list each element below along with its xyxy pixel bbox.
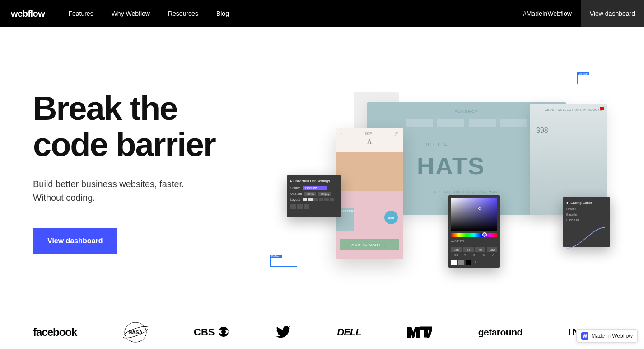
panel-color-picker: #4641FD 2556478100 HEXRGBA + bbox=[448, 195, 500, 268]
divblock-outline-2: Div Block bbox=[270, 258, 297, 267]
panel-title: ▸ Collection List Settings bbox=[290, 179, 337, 183]
hero-subtitle: Build better business websites, faster. … bbox=[33, 177, 215, 204]
logo-dell: DELL bbox=[337, 326, 361, 338]
easing-title: ◐ Easing Editor bbox=[566, 201, 607, 205]
divblock-label: Div Block bbox=[577, 72, 589, 75]
hero-illustration: Div Block FUNSHOP HIT THE HATS CREATE ON… bbox=[286, 59, 611, 267]
mock-price-circle: $98 bbox=[384, 211, 398, 224]
hero-title-line2: code barrier bbox=[33, 126, 215, 163]
mock-hats-text: HATS bbox=[417, 152, 485, 180]
top-nav: webflow Features Why Webflow Resources B… bbox=[0, 0, 644, 27]
svg-text:NASA: NASA bbox=[128, 330, 142, 335]
svg-text:CBS: CBS bbox=[194, 326, 215, 338]
divblock-label-2: Div Block bbox=[270, 255, 282, 258]
logo-cbs: CBS bbox=[194, 325, 230, 339]
logo-nasa: NASA bbox=[123, 321, 148, 344]
made-in-webflow-badge[interactable]: W Made in Webflow bbox=[576, 329, 638, 343]
hero-title-line1: Break the bbox=[33, 90, 177, 127]
customer-logos: facebook NASA CBS DELL getaround INTUIT. bbox=[33, 321, 611, 349]
nav-link-resources[interactable]: Resources bbox=[168, 10, 198, 17]
svg-point-6 bbox=[221, 330, 226, 334]
brand-logo[interactable]: webflow bbox=[11, 9, 45, 19]
mock-signature: A bbox=[336, 138, 403, 146]
logo-getaround: getaround bbox=[478, 327, 523, 338]
cart-icon: 🛒 bbox=[395, 132, 399, 136]
logo-twitter bbox=[276, 326, 291, 339]
webflow-icon: W bbox=[581, 332, 588, 340]
hero-title: Break the code barrier bbox=[33, 90, 215, 163]
nav-link-blog[interactable]: Blog bbox=[216, 10, 229, 17]
mock-price: $98 bbox=[536, 127, 548, 135]
panel-easing-editor: ◐ Easing Editor Default Ease In Ease Out bbox=[563, 197, 610, 247]
mock-hit-the: HIT THE bbox=[426, 142, 448, 146]
hero-sub-line1: Build better business websites, faster. bbox=[33, 179, 184, 189]
hero-sub-line2: Without coding. bbox=[33, 193, 95, 203]
badge-label: Made in Webflow bbox=[591, 333, 633, 339]
hero-cta-button[interactable]: View dashboard bbox=[33, 228, 117, 254]
mock-mini-nav: ABOUT COLLECTIONS PRODUCTS bbox=[545, 108, 602, 111]
mock-mobile-card: ≡SKIP🛒 A SWEATERS $98 ADD TO CART 🛒 bbox=[336, 128, 403, 259]
nav-link-why[interactable]: Why Webflow bbox=[112, 10, 150, 17]
panel-collection-settings: ▸ Collection List Settings SourceProduct… bbox=[287, 175, 341, 217]
divblock-outline: Div Block bbox=[577, 75, 602, 84]
logo-facebook: facebook bbox=[33, 326, 77, 339]
nav-link-features[interactable]: Features bbox=[68, 10, 93, 17]
logo-mtv bbox=[407, 325, 432, 340]
nav-made-in-webflow[interactable]: #MadeInWebflow bbox=[514, 0, 581, 27]
nav-view-dashboard[interactable]: View dashboard bbox=[581, 0, 644, 27]
mock-add-to-cart: ADD TO CART 🛒 bbox=[340, 239, 399, 250]
mock-skip: SKIP bbox=[365, 132, 372, 136]
